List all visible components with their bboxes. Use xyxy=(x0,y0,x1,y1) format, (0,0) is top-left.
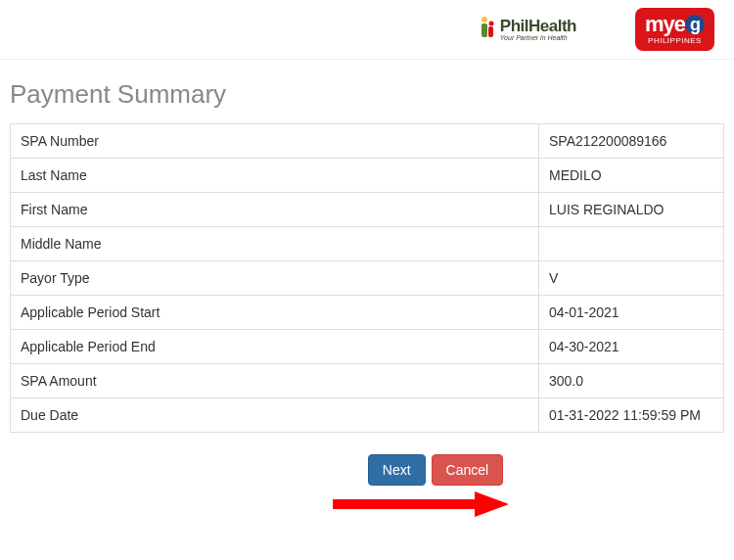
summary-value: SPA212200089166 xyxy=(539,124,724,159)
table-row: SPA Amount300.0 xyxy=(11,364,724,398)
summary-value: 04-01-2021 xyxy=(539,296,724,330)
table-row: SPA NumberSPA212200089166 xyxy=(11,124,724,159)
summary-value: V xyxy=(539,261,724,296)
arrow-annotation xyxy=(333,490,509,519)
table-row: First NameLUIS REGINALDO xyxy=(11,193,724,227)
summary-value: LUIS REGINALDO xyxy=(539,193,724,227)
myeg-logo: myeg PHILIPPINES xyxy=(635,8,714,51)
philhealth-name: PhilHealth xyxy=(500,18,576,34)
summary-value: 04-30-2021 xyxy=(539,330,724,364)
table-row: Applicable Period Start04-01-2021 xyxy=(11,296,724,330)
payment-summary-table: SPA NumberSPA212200089166Last NameMEDILO… xyxy=(10,123,724,433)
myeg-sub: PHILIPPINES xyxy=(645,37,705,45)
philhealth-icon xyxy=(479,16,496,43)
myeg-brand: myeg xyxy=(645,14,705,35)
summary-value: 300.0 xyxy=(539,364,724,398)
philhealth-logo: PhilHealth Your Partner in Health xyxy=(479,16,576,43)
content: Payment Summary SPA NumberSPA21220008916… xyxy=(0,60,734,486)
summary-label: SPA Number xyxy=(11,124,539,159)
summary-label: SPA Amount xyxy=(11,364,539,398)
next-button[interactable]: Next xyxy=(368,454,426,486)
myeg-brand-g: g xyxy=(685,15,705,34)
summary-value: MEDILO xyxy=(539,159,724,193)
summary-label: Applicable Period End xyxy=(11,330,539,364)
cancel-button[interactable]: Cancel xyxy=(432,454,504,486)
summary-label: Applicable Period Start xyxy=(11,296,539,330)
svg-rect-1 xyxy=(482,23,487,37)
table-row: Payor TypeV xyxy=(11,261,724,296)
philhealth-tagline: Your Partner in Health xyxy=(500,34,576,41)
table-row: Last NameMEDILO xyxy=(11,159,724,193)
summary-label: Payor Type xyxy=(11,261,539,296)
summary-value xyxy=(539,227,724,261)
svg-marker-5 xyxy=(475,491,509,517)
summary-value: 01-31-2022 11:59:59 PM xyxy=(539,398,724,433)
svg-rect-3 xyxy=(488,26,493,37)
summary-label: Middle Name xyxy=(11,227,539,261)
myeg-brand-pre: mye xyxy=(645,12,685,36)
page-title: Payment Summary xyxy=(10,79,724,110)
svg-point-0 xyxy=(482,17,487,23)
summary-label: Due Date xyxy=(11,398,539,433)
svg-point-2 xyxy=(488,22,493,26)
table-row: Middle Name xyxy=(11,227,724,261)
button-row: Next Cancel xyxy=(10,454,724,486)
summary-label: Last Name xyxy=(11,159,539,193)
table-row: Applicable Period End04-30-2021 xyxy=(11,330,724,364)
philhealth-text: PhilHealth Your Partner in Health xyxy=(500,18,576,41)
header: PhilHealth Your Partner in Health myeg P… xyxy=(0,0,734,60)
table-row: Due Date01-31-2022 11:59:59 PM xyxy=(11,398,724,433)
summary-label: First Name xyxy=(11,193,539,227)
